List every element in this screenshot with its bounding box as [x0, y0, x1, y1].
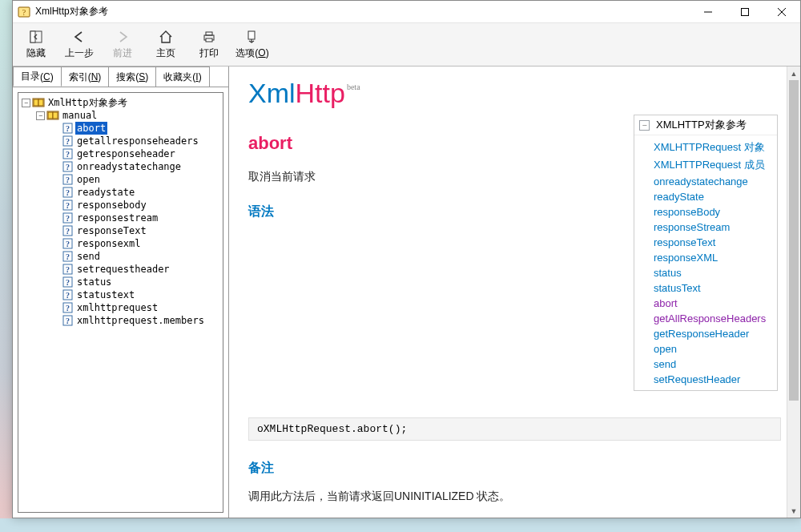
tree-item-label: status — [75, 276, 113, 288]
tree-root[interactable]: − XmlHttp对象参考 — [22, 96, 221, 109]
svg-rect-3 — [742, 8, 749, 15]
tree-item[interactable]: ?abort — [50, 122, 221, 135]
help-page-icon: ? — [61, 238, 74, 249]
tree-item[interactable]: ?responsebody — [50, 199, 221, 212]
tree-item-label: responseText — [75, 224, 148, 237]
side-link[interactable]: abort — [654, 297, 777, 309]
tree-item[interactable]: ?getallresponseheaders — [50, 135, 221, 147]
svg-text:?: ? — [66, 278, 70, 287]
side-link[interactable]: statusText — [654, 282, 777, 294]
svg-text:?: ? — [66, 227, 70, 236]
tab-search[interactable]: 搜索(S) — [108, 66, 156, 87]
svg-rect-13 — [34, 99, 38, 106]
side-link[interactable]: onreadystatechange — [654, 175, 777, 187]
tree-item[interactable]: ?status — [50, 276, 221, 288]
help-page-icon: ? — [61, 123, 74, 134]
side-link[interactable]: getAllResponseHeaders — [654, 312, 777, 324]
hide-button[interactable]: 隐藏 — [16, 26, 56, 64]
minimize-button[interactable] — [690, 1, 727, 23]
content-scroll-area[interactable]: XmlHttpbeta − XMLHTTP对象参考 XMLHTTPRequest… — [229, 66, 800, 518]
tree-item[interactable]: ?responseText — [50, 224, 221, 237]
notes-heading: 备注 — [248, 460, 781, 477]
tree-item[interactable]: ?onreadystatechange — [50, 160, 221, 173]
options-button[interactable]: 选项(O) — [232, 26, 272, 64]
scroll-down-icon[interactable]: ▼ — [787, 504, 800, 518]
svg-text:?: ? — [66, 214, 70, 223]
titlebar: ? XmlHttp对象参考 — [13, 1, 800, 23]
book-icon — [32, 97, 45, 108]
window-title: XmlHttp对象参考 — [35, 5, 690, 18]
help-page-icon: ? — [61, 187, 74, 198]
svg-text:?: ? — [66, 175, 70, 184]
collapse-toggle-icon[interactable]: − — [639, 120, 650, 131]
hide-icon — [28, 29, 44, 45]
tree-item-label: readystate — [75, 186, 136, 199]
scroll-up-icon[interactable]: ▲ — [787, 66, 800, 80]
side-link[interactable]: setRequestHeader — [654, 373, 777, 385]
chm-window: ? XmlHttp对象参考 隐藏 上一步 前进 主页 打印 — [12, 0, 801, 518]
svg-text:?: ? — [22, 8, 26, 17]
tree-item[interactable]: ?readystate — [50, 186, 221, 199]
help-page-icon: ? — [61, 315, 74, 326]
svg-text:?: ? — [66, 265, 70, 274]
collapse-icon[interactable]: − — [36, 111, 45, 120]
tree-item-label: xmlhttprequest — [75, 301, 159, 314]
body-area: 目录(C) 索引(N) 搜索(S) 收藏夹(I) − XmlHttp对象参考 — [13, 66, 800, 518]
toolbar: 隐藏 上一步 前进 主页 打印 选项(O) — [13, 23, 800, 66]
side-link[interactable]: responseText — [654, 236, 777, 248]
back-button[interactable]: 上一步 — [59, 26, 99, 64]
side-link[interactable]: XMLHTTPRequest 对象 — [654, 140, 777, 155]
svg-text:?: ? — [66, 201, 70, 210]
logo: XmlHttpbeta — [248, 78, 781, 109]
tree-item[interactable]: ?setrequestheader — [50, 263, 221, 276]
tree-view[interactable]: − XmlHttp对象参考 − manual — [18, 92, 223, 513]
side-link[interactable]: open — [654, 343, 777, 355]
home-icon — [158, 29, 174, 45]
tree-item[interactable]: ?getresponseheader — [50, 147, 221, 160]
scroll-thumb[interactable] — [789, 80, 799, 401]
side-link[interactable]: responseXML — [654, 252, 777, 264]
options-icon — [244, 29, 260, 45]
side-link[interactable]: XMLHTTPRequest 成员 — [654, 158, 777, 172]
close-button[interactable] — [763, 1, 800, 23]
tab-favorites[interactable]: 收藏夹(I) — [155, 66, 209, 87]
nav-tabs: 目录(C) 索引(N) 搜索(S) 收藏夹(I) — [13, 66, 228, 87]
tree-folder-manual[interactable]: − manual — [36, 109, 221, 122]
help-page-icon: ? — [61, 135, 74, 147]
svg-text:?: ? — [66, 124, 70, 133]
side-link[interactable]: readyState — [654, 191, 777, 203]
print-button[interactable]: 打印 — [189, 26, 229, 64]
scroll-track[interactable] — [787, 80, 800, 504]
tree-item[interactable]: ?xmlhttprequest — [50, 301, 221, 314]
svg-text:?: ? — [66, 240, 70, 248]
help-page-icon: ? — [61, 276, 74, 288]
help-page-icon: ? — [61, 264, 74, 275]
maximize-button[interactable] — [727, 1, 763, 23]
tree-item[interactable]: ?statustext — [50, 288, 221, 301]
tree-item-label: getallresponseheaders — [75, 135, 200, 147]
side-link[interactable]: responseBody — [654, 206, 777, 218]
tree-item[interactable]: ?open — [50, 173, 221, 186]
tree-item-label: getresponseheader — [75, 147, 177, 160]
navigation-pane: 目录(C) 索引(N) 搜索(S) 收藏夹(I) − XmlHttp对象参考 — [13, 66, 229, 518]
print-icon — [201, 29, 217, 45]
tab-index[interactable]: 索引(N) — [61, 66, 110, 87]
tree-item[interactable]: ?xmlhttprequest.members — [50, 314, 221, 327]
side-link[interactable]: status — [654, 267, 777, 279]
side-link[interactable]: getResponseHeader — [654, 328, 777, 340]
collapse-icon[interactable]: − — [22, 99, 30, 107]
tree-item[interactable]: ?responsexml — [50, 237, 221, 250]
side-link[interactable]: responseStream — [654, 221, 777, 233]
tab-contents[interactable]: 目录(C) — [13, 66, 62, 87]
help-page-icon: ? — [61, 200, 74, 211]
side-panel-header[interactable]: − XMLHTTP对象参考 — [634, 115, 777, 135]
svg-rect-16 — [48, 112, 53, 119]
tree-item[interactable]: ?responsestream — [50, 212, 221, 224]
tree-item[interactable]: ?send — [50, 250, 221, 263]
side-link[interactable]: send — [654, 358, 777, 370]
taskbar-hint — [0, 518, 801, 532]
help-page-icon: ? — [61, 251, 74, 262]
vertical-scrollbar[interactable]: ▲ ▼ — [787, 66, 800, 518]
home-button[interactable]: 主页 — [146, 26, 186, 64]
tree-item-label: send — [75, 250, 102, 263]
